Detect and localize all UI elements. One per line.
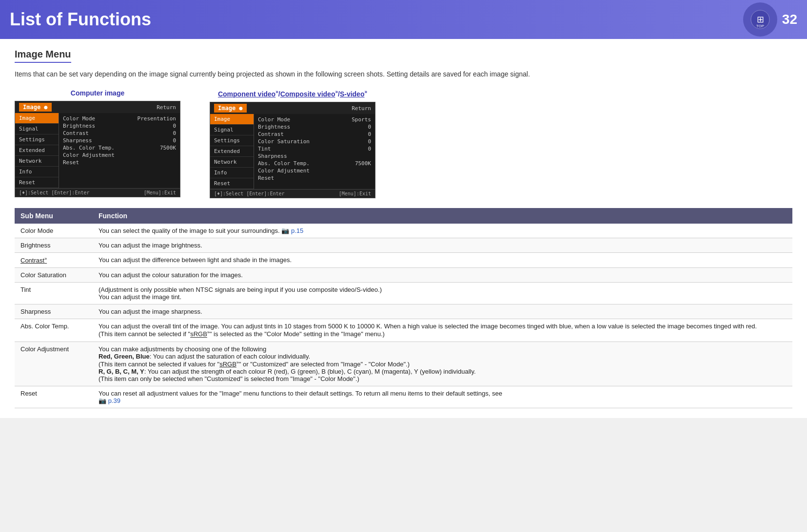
cv-nav-info[interactable]: Info (210, 168, 254, 178)
computer-image-menu: Image ● Return Image Signal Settings Ext… (15, 101, 180, 197)
func-abstemp: You can adjust the overall tint of the i… (93, 319, 792, 342)
cv-footer-right: [Menu]:Exit (339, 191, 371, 196)
nav-settings[interactable]: Settings (15, 134, 59, 145)
composite-video-text: Composite video (280, 90, 335, 98)
func-brightness: You can adjust the image brightness. (93, 238, 792, 253)
function-table: Sub Menu Function Color Mode You can sel… (15, 208, 792, 408)
submenu-reset: Reset (15, 386, 93, 408)
menu-left-nav: Image Signal Settings Extended Network I… (15, 113, 59, 188)
submenu-coloradj: Color Adjustment (15, 342, 93, 386)
footer-right: [Menu]:Exit (144, 190, 176, 195)
menu-header: Image ● Return (15, 101, 180, 113)
nav-network[interactable]: Network (15, 156, 59, 167)
component-video-label: Component video»/Composite video»/S-vide… (218, 89, 367, 98)
menu-footer: [♦]:Select [Enter]:Enter [Menu]:Exit (15, 188, 180, 197)
func-colorsat: You can adjust the colour saturation for… (93, 268, 792, 283)
active-tab-image: Image ● (19, 103, 52, 112)
table-row: Color Adjustment You can make adjustment… (15, 342, 792, 386)
submenu-tint: Tint (15, 283, 93, 304)
submenu-contrast: Contrast» (15, 253, 93, 268)
contrast-arrow: » (44, 256, 47, 261)
page-header: List of Functions ⊞ TOP 32 (0, 0, 807, 39)
cv-nav-image[interactable]: Image (210, 114, 254, 125)
table-row: Tint (Adjustment is only possible when N… (15, 283, 792, 304)
main-content: Image Menu Items that can be set vary de… (0, 39, 807, 418)
func-coloradj: You can make adjustments by choosing one… (93, 342, 792, 386)
cv-nav-network[interactable]: Network (210, 157, 254, 168)
cv-return-btn: Return (352, 105, 371, 112)
intro-text: Items that can be set vary depending on … (15, 69, 792, 79)
func-reset: You can reset all adjustment values for … (93, 386, 792, 408)
header-right: ⊞ TOP 32 (743, 2, 797, 37)
nav-info[interactable]: Info (15, 167, 59, 177)
cv-footer-left: [♦]:Select [Enter]:Enter (214, 191, 285, 196)
cv-row-colorsat: Color Saturation0 (258, 138, 371, 145)
component-video-section: Component video»/Composite video»/S-vide… (210, 89, 375, 198)
page-number: 32 (782, 12, 797, 27)
menu-row-reset: Reset (63, 159, 176, 166)
cv-row-brightness: Brightness0 (258, 123, 371, 131)
reset-link[interactable]: p.39 (108, 397, 120, 404)
table-row: Contrast» You can adjust the difference … (15, 253, 792, 268)
func-contrast: You can adjust the difference between li… (93, 253, 792, 268)
table-row: Sharpness You can adjust the image sharp… (15, 304, 792, 319)
srgb-ref1: sRGB (190, 331, 207, 338)
table-row: Reset You can reset all adjustment value… (15, 386, 792, 408)
cv-row-tint: Tint0 (258, 145, 371, 152)
cv-row-reset: Reset (258, 174, 371, 182)
nav-extended[interactable]: Extended (15, 145, 59, 156)
srgb-ref2: sRGB (219, 361, 236, 368)
srgb-arrow2: » (236, 360, 239, 365)
nav-image[interactable]: Image (15, 113, 59, 124)
svg-text:TOP: TOP (756, 24, 764, 28)
table-row: Brightness You can adjust the image brig… (15, 238, 792, 253)
cv-row-colormode: Color ModeSports (258, 116, 371, 123)
menu-row-abstemp: Abs. Color Temp.7500K (63, 144, 176, 152)
section-title: Image Menu (15, 49, 71, 63)
computer-image-section: Computer image Image ● Return Image Sign… (15, 89, 180, 197)
cv-menu-right: Color ModeSports Brightness0 Contrast0 C… (254, 114, 375, 189)
menu-row-brightness: Brightness0 (63, 122, 176, 130)
menu-row-coloradj: Color Adjustment (63, 152, 176, 159)
submenu-colormode: Color Mode (15, 224, 93, 238)
col-function: Function (93, 208, 792, 224)
cv-row-contrast: Contrast0 (258, 131, 371, 138)
menu-row-contrast: Contrast0 (63, 130, 176, 137)
rgb-bold: Red, Green, Blue (98, 353, 150, 360)
nav-reset[interactable]: Reset (15, 177, 59, 188)
srgb-arrow1: » (207, 330, 210, 335)
svideo-arrow: » (364, 89, 367, 95)
nav-signal[interactable]: Signal (15, 124, 59, 134)
col-submenu: Sub Menu (15, 208, 93, 224)
func-colormode: You can select the quality of the image … (93, 224, 792, 238)
component-video-text: Component video (218, 90, 276, 98)
table-row: Abs. Color Temp. You can adjust the over… (15, 319, 792, 342)
cv-nav-reset[interactable]: Reset (210, 178, 254, 189)
svideo-text: S-video (340, 90, 365, 98)
computer-image-label: Computer image (71, 89, 124, 97)
cv-row-sharpness: Sharpness (258, 152, 371, 160)
colormode-link[interactable]: p.15 (291, 227, 303, 234)
computer-image-label-text: Computer image (71, 89, 124, 97)
page-title: List of Functions (10, 9, 151, 30)
submenu-sharpness: Sharpness (15, 304, 93, 319)
cv-row-coloradj: Color Adjustment (258, 167, 371, 174)
cv-row-abstemp: Abs. Color Temp.7500K (258, 160, 371, 167)
cv-menu-left: Image Signal Settings Extended Network I… (210, 114, 254, 189)
menu-row-sharpness: Sharpness0 (63, 137, 176, 144)
cv-nav-signal[interactable]: Signal (210, 125, 254, 135)
top-icon[interactable]: ⊞ TOP (743, 2, 777, 37)
cv-nav-settings[interactable]: Settings (210, 135, 254, 146)
colormode-text: You can select the quality of the image … (98, 227, 280, 234)
table-row: Color Saturation You can adjust the colo… (15, 268, 792, 283)
cv-nav-extended[interactable]: Extended (210, 146, 254, 157)
func-tint: (Adjustment is only possible when NTSC s… (93, 283, 792, 304)
rgbcmy-bold: R, G, B, C, M, Y (98, 368, 144, 375)
menu-row-colormode: Color ModePresentation (63, 115, 176, 122)
return-btn: Return (157, 104, 176, 111)
svg-text:⊞: ⊞ (756, 15, 764, 24)
component-video-menu: Image ● Return Image Signal Settings Ext… (210, 102, 375, 198)
cv-menu-header: Image ● Return (210, 102, 375, 114)
cv-menu-footer: [♦]:Select [Enter]:Enter [Menu]:Exit (210, 189, 375, 198)
submenu-abstemp: Abs. Color Temp. (15, 319, 93, 342)
